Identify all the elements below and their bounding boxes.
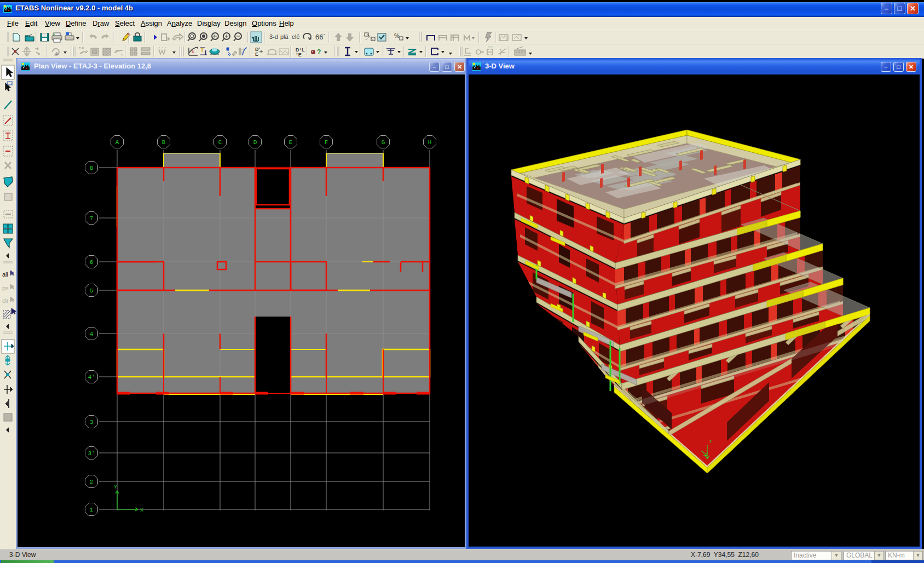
svg-text:ps: ps <box>2 285 9 291</box>
svg-text:plä: plä <box>280 33 289 40</box>
svg-text:E: E <box>255 51 258 57</box>
svg-text:Y: Y <box>114 484 117 490</box>
svg-text:1: 1 <box>90 507 94 513</box>
svg-text:4: 4 <box>90 331 94 337</box>
svg-text:66´: 66´ <box>315 33 326 41</box>
svg-text:E: E <box>289 139 293 146</box>
svg-text:clr: clr <box>2 297 9 304</box>
svg-text:8: 8 <box>90 165 94 171</box>
svg-text:7: 7 <box>90 215 94 222</box>
svg-text:H H: H H <box>488 45 493 49</box>
svg-text:%: % <box>394 32 400 39</box>
svg-text:3-d: 3-d <box>269 33 278 40</box>
svg-text:elē: elē <box>292 33 300 40</box>
svg-text:all: all <box>2 271 8 278</box>
svg-text:3: 3 <box>90 419 94 426</box>
svg-text:X: X <box>140 507 143 513</box>
svg-text:→: → <box>41 48 44 51</box>
svg-text:5: 5 <box>90 288 94 294</box>
svg-text:4': 4' <box>88 374 95 381</box>
svg-text:6: 6 <box>90 259 94 266</box>
svg-text:⁺E: ⁺E <box>296 52 302 58</box>
svg-text:D: D <box>253 139 257 146</box>
svg-text:C: C <box>218 139 222 146</box>
svg-text:T E: T E <box>79 47 84 50</box>
svg-text:2: 2 <box>90 479 94 485</box>
svg-text:G: G <box>53 32 55 36</box>
svg-text:A: A <box>116 139 119 146</box>
svg-text:G: G <box>382 139 385 146</box>
svg-text:H: H <box>428 139 432 146</box>
svg-text:E: E <box>192 49 194 54</box>
svg-text:F: F <box>325 139 328 146</box>
svg-text:3': 3' <box>88 450 95 457</box>
svg-text:z: z <box>709 439 712 444</box>
svg-text:?: ? <box>317 48 321 56</box>
svg-text:B: B <box>162 139 166 146</box>
